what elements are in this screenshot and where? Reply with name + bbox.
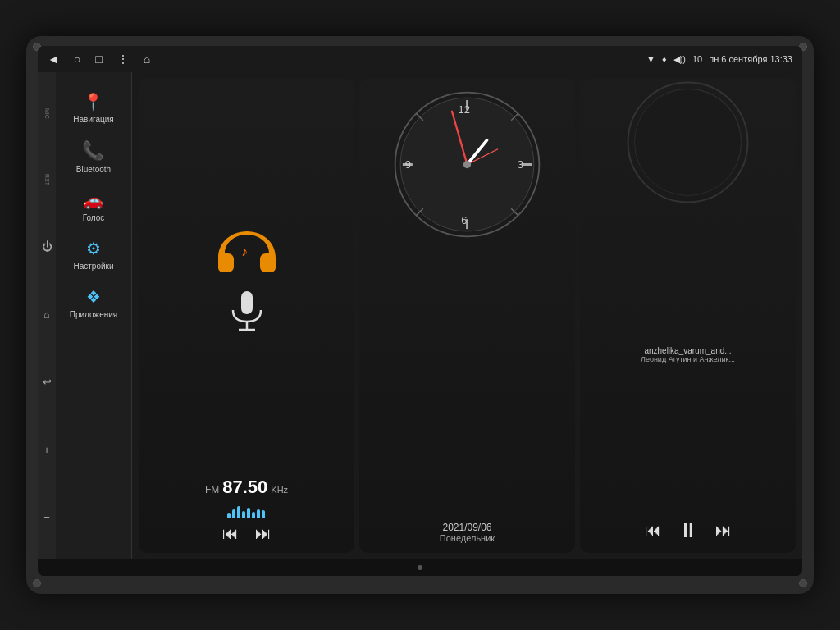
status-bar: ◄ ○ □ ⋮ ⌂ ▼ ♦ ◀)) 10 пн 6 сентября 13:33 — [38, 46, 802, 72]
rst-label: RST — [44, 174, 50, 185]
volume-icon: ◀)) — [673, 54, 686, 65]
svg-text:♪: ♪ — [241, 244, 248, 258]
vol-up-icon[interactable]: + — [43, 444, 50, 456]
fm-label: FM — [205, 484, 219, 495]
device-frame: ◄ ○ □ ⋮ ⌂ ▼ ♦ ◀)) 10 пн 6 сентября 13:33… — [26, 36, 814, 594]
microphone-svg — [226, 287, 267, 340]
bluetooth-icon: 📞 — [82, 140, 104, 162]
mic-label: MIC — [44, 108, 50, 119]
media-prev-button[interactable]: ⏮ — [645, 521, 661, 540]
svg-rect-1 — [241, 291, 253, 314]
corner-bolt-br — [799, 579, 807, 587]
sidebar-item-apps[interactable]: ❖ Приложения — [60, 281, 128, 326]
side-controls: MIC RST ⏻ ⌂ ↩ + − — [38, 72, 56, 559]
radio-prev-button[interactable]: ⏮ — [222, 524, 239, 543]
datetime: пн 6 сентября 13:33 — [709, 54, 792, 64]
recent-button[interactable]: □ — [95, 52, 102, 66]
sidebar: MIC RST ⏻ ⌂ ↩ + − 📍 Навигация 📞 Blueto — [38, 72, 132, 559]
headphone-area: ♪ — [210, 225, 284, 282]
gps-icon: ♦ — [662, 54, 667, 64]
screen: ◄ ○ □ ⋮ ⌂ ▼ ♦ ◀)) 10 пн 6 сентября 13:33… — [38, 46, 802, 576]
fm-frequency: 87.50 — [222, 477, 267, 498]
album-art — [635, 89, 742, 195]
android-home-button[interactable]: ⌂ — [144, 52, 150, 66]
power-icon[interactable]: ⏻ — [42, 240, 52, 253]
wifi-icon: ▼ — [646, 54, 655, 64]
back-button[interactable]: ◄ — [48, 52, 59, 66]
media-title: anzhelika_varum_and... — [641, 346, 735, 355]
radio-transport-controls: ⏮ ⏭ — [222, 524, 272, 543]
svg-text:12: 12 — [459, 103, 470, 116]
apps-icon: ❖ — [86, 287, 101, 307]
content-area: ♪ FM 87.5 — [132, 72, 802, 559]
media-next-button[interactable]: ⏭ — [715, 521, 732, 540]
media-artist: Леонид Агутин и Анжелик... — [641, 355, 735, 363]
sidebar-inner: 📍 Навигация 📞 Bluetooth 🚗 Голос ⚙ Настро… — [56, 79, 131, 332]
media-panel[interactable]: anzhelika_varum_and... Леонид Агутин и А… — [580, 79, 796, 553]
radio-panel[interactable]: ♪ FM 87.5 — [139, 79, 354, 553]
clock-date: 2021/09/06 — [440, 522, 495, 533]
voice-icon: 🚗 — [83, 190, 103, 210]
home-side-icon[interactable]: ⌂ — [43, 308, 50, 321]
svg-text:3: 3 — [518, 158, 523, 171]
voice-label: Голос — [83, 213, 105, 222]
media-info: anzhelika_varum_and... Леонид Агутин и А… — [634, 346, 742, 363]
clock-panel: 12 3 6 9 2021/09/06 — [359, 79, 575, 553]
analog-clock: 12 3 6 9 — [391, 89, 543, 240]
sidebar-item-voice[interactable]: 🚗 Голос — [60, 184, 128, 229]
settings-icon: ⚙ — [86, 239, 101, 258]
status-icons: ▼ ♦ ◀)) 10 пн 6 сентября 13:33 — [646, 54, 792, 65]
svg-point-23 — [635, 89, 742, 195]
back-side-icon[interactable]: ↩ — [43, 376, 52, 388]
fm-unit: KHz — [271, 485, 288, 495]
page-dot — [418, 565, 422, 570]
svg-text:9: 9 — [405, 158, 411, 171]
radio-icon-area: ♪ — [210, 89, 284, 477]
radio-next-button[interactable]: ⏭ — [255, 524, 272, 543]
svg-text:6: 6 — [461, 214, 467, 226]
fm-info: FM 87.50 KHz — [205, 477, 288, 521]
headphone-svg: ♪ — [210, 225, 284, 282]
nav-buttons: ◄ ○ □ ⋮ ⌂ — [48, 52, 150, 66]
clock-day: Понедельник — [440, 533, 495, 543]
sidebar-item-settings[interactable]: ⚙ Настройки — [60, 232, 128, 277]
navigation-icon: 📍 — [83, 92, 103, 112]
vol-down-icon[interactable]: − — [43, 511, 50, 523]
date-area: 2021/09/06 Понедельник — [440, 522, 495, 543]
media-play-button[interactable]: ⏸ — [678, 518, 699, 543]
sidebar-item-bluetooth[interactable]: 📞 Bluetooth — [60, 134, 128, 180]
media-transport-controls: ⏮ ⏸ ⏭ — [645, 518, 732, 543]
settings-label: Настройки — [73, 262, 113, 271]
apps-label: Приложения — [70, 310, 118, 319]
corner-bolt-bl — [33, 579, 41, 587]
svg-point-21 — [463, 161, 471, 168]
navigation-label: Навигация — [73, 115, 113, 124]
equalizer — [205, 501, 288, 518]
album-rings-svg — [624, 79, 751, 206]
bluetooth-label: Bluetooth — [76, 165, 111, 174]
sidebar-item-navigation[interactable]: 📍 Навигация — [60, 85, 128, 130]
main-area: MIC RST ⏻ ⌂ ↩ + − 📍 Навигация 📞 Blueto — [38, 72, 802, 559]
home-button[interactable]: ○ — [74, 52, 80, 66]
menu-button[interactable]: ⋮ — [117, 52, 129, 66]
volume-level: 10 — [692, 54, 702, 64]
bottom-indicator — [38, 559, 802, 576]
